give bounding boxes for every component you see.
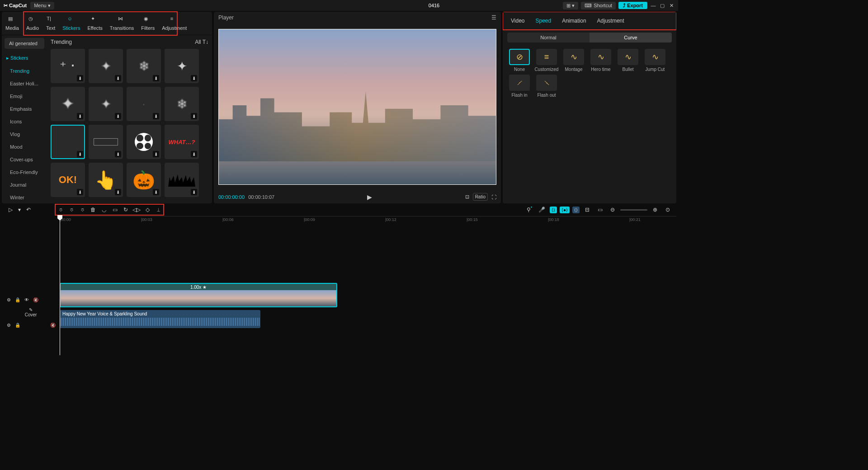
playhead[interactable] — [60, 216, 60, 355]
download-icon[interactable]: ⬇ — [153, 75, 159, 81]
cover-button[interactable]: ✎ Cover — [5, 307, 56, 317]
download-icon[interactable]: ⬇ — [153, 151, 159, 157]
sticker-asset-0[interactable]: ⁺ ･⬇ — [51, 49, 85, 83]
download-icon[interactable]: ⬇ — [77, 151, 83, 157]
category-stickers[interactable]: ▸ Stickers — [2, 52, 47, 65]
download-icon[interactable]: ⬇ — [153, 113, 159, 119]
curve-customized[interactable]: ≡Customized — [534, 49, 559, 72]
link-toggle[interactable]: ⟨●⟩ — [560, 207, 570, 213]
sticker-asset-15[interactable]: ⬇ — [165, 163, 199, 197]
props-tab-adjustment[interactable]: Adjustment — [593, 15, 629, 27]
download-icon[interactable]: ⬇ — [115, 151, 121, 157]
download-icon[interactable]: ⬇ — [191, 151, 197, 157]
download-icon[interactable]: ⬇ — [77, 75, 83, 81]
speed-mode-normal[interactable]: Normal — [507, 33, 590, 42]
category-journal[interactable]: Journal — [2, 179, 47, 191]
category-mood[interactable]: Mood — [2, 141, 47, 153]
category-vlog[interactable]: Vlog — [2, 128, 47, 141]
marker-tool[interactable]: ◡ — [99, 205, 109, 215]
speed-mode-curve[interactable]: Curve — [590, 33, 672, 42]
zoom-fit-icon[interactable]: ⊙ — [663, 205, 673, 215]
zoom-slider[interactable] — [620, 209, 647, 211]
category-winter[interactable]: Winter — [2, 191, 47, 203]
track-lock-icon[interactable]: 🔒 — [14, 296, 21, 303]
track-icon[interactable]: ▭ — [595, 205, 605, 215]
menu-button[interactable]: Menu ▾ — [30, 2, 54, 9]
video-clip[interactable]: 1.00x ★ — [60, 283, 337, 307]
ai-generated-button[interactable]: AI generated — [5, 38, 44, 49]
sticker-asset-10[interactable]: ⬇ — [127, 125, 161, 159]
curve-none[interactable]: ⊘None — [507, 49, 532, 72]
sticker-asset-4[interactable]: ✦⬇ — [51, 87, 85, 121]
audio-mute-icon[interactable]: 🔇 — [50, 322, 56, 328]
split-left-tool[interactable]: ⎏ — [66, 205, 76, 215]
rotate-tool[interactable]: ◇ — [142, 205, 152, 215]
maximize-button[interactable]: ▢ — [659, 2, 665, 9]
category-icons[interactable]: Icons — [2, 115, 47, 128]
audio-settings-icon[interactable]: ⚙ — [5, 322, 12, 328]
sticker-asset-6[interactable]: ·⬇ — [127, 87, 161, 121]
fullscreen-icon[interactable]: ⛶ — [491, 194, 496, 200]
sticker-asset-14[interactable]: 🎃⬇ — [127, 163, 161, 197]
curve-montage[interactable]: ∿Montage — [561, 49, 586, 72]
sticker-asset-12[interactable]: OK!⬇ — [51, 163, 85, 197]
category-ecofriendly[interactable]: Eco-Friendly — [2, 166, 47, 179]
snap-toggle[interactable]: ⟨⟩ — [550, 207, 557, 213]
download-icon[interactable]: ⬇ — [191, 113, 197, 119]
download-icon[interactable]: ⬇ — [115, 75, 121, 81]
curve-bullet[interactable]: ∿Bullet — [616, 49, 640, 72]
download-icon[interactable]: ⬇ — [191, 75, 197, 81]
player-menu-icon[interactable]: ☰ — [491, 14, 496, 21]
track-mute-icon[interactable]: 🔇 — [33, 296, 39, 303]
zoom-out-icon[interactable]: ⊖ — [608, 205, 618, 215]
mirror-tool[interactable]: ◁▷ — [132, 205, 142, 215]
export-button[interactable]: ⤴ Export — [618, 2, 647, 9]
category-trending[interactable]: Trending — [2, 65, 47, 77]
preview-toggle[interactable]: ⟨⟩ — [572, 207, 580, 213]
timeline-ruler[interactable]: |00:00|00:03|00:06|00:09|00:12|00:15|00:… — [60, 216, 676, 224]
category-easterholi[interactable]: Easter Holi... — [2, 77, 47, 90]
download-icon[interactable]: ⬇ — [153, 189, 159, 195]
layout-button[interactable]: ⊞ ▾ — [563, 2, 578, 9]
sticker-asset-5[interactable]: ✦⬇ — [89, 87, 123, 121]
assets-filter[interactable]: All T↓ — [195, 39, 208, 45]
player-canvas[interactable] — [218, 29, 496, 185]
split-tool[interactable]: ⎏ — [56, 205, 66, 215]
category-emoji[interactable]: Emoji — [2, 90, 47, 103]
ratio-button[interactable]: Ratio — [473, 193, 488, 201]
sticker-asset-3[interactable]: ✦⬇ — [165, 49, 199, 83]
reverse-tool[interactable]: ↻ — [121, 205, 131, 215]
audio-clip[interactable]: Happy New Year Voice & Sparkling Sound — [60, 310, 260, 328]
close-button[interactable]: ✕ — [668, 2, 675, 9]
download-icon[interactable]: ⬇ — [191, 189, 197, 195]
category-emphasis[interactable]: Emphasis — [2, 103, 47, 115]
timeline-tracks[interactable]: 1.00x ★ Happy New Year Voice & Sparkling… — [60, 224, 676, 355]
audio-lock-icon[interactable]: 🔒 — [14, 322, 21, 328]
align-icon[interactable]: ⊟ — [582, 205, 592, 215]
props-tab-speed[interactable]: Speed — [531, 15, 556, 27]
download-icon[interactable]: ⬇ — [77, 113, 83, 119]
curve-jump-cut[interactable]: ∿Jump Cut — [643, 49, 667, 72]
track-settings-icon[interactable]: ⚙ — [5, 296, 12, 303]
track-visible-icon[interactable]: 👁 — [24, 296, 30, 303]
sticker-asset-8[interactable]: ⬇ — [51, 125, 85, 159]
mic-icon[interactable]: 🎤 — [537, 205, 547, 215]
props-tab-animation[interactable]: Animation — [557, 15, 590, 27]
sticker-asset-9[interactable]: ⬇ — [89, 125, 123, 159]
sticker-asset-2[interactable]: ❄⬇ — [127, 49, 161, 83]
freeze-tool[interactable]: ▭ — [110, 205, 120, 215]
download-icon[interactable]: ⬇ — [115, 189, 121, 195]
pointer-dropdown[interactable]: ▾ — [17, 205, 22, 215]
delete-tool[interactable]: 🗑 — [88, 205, 98, 215]
crop-tool[interactable]: ⟂ — [153, 205, 163, 215]
play-button[interactable]: ▶ — [278, 193, 461, 201]
shortcut-button[interactable]: ⌨ Shortcut — [581, 2, 616, 9]
sticker-asset-13[interactable]: 👆⬇ — [89, 163, 123, 197]
download-icon[interactable]: ⬇ — [77, 189, 83, 195]
sticker-asset-1[interactable]: ✦⬇ — [89, 49, 123, 83]
split-right-tool[interactable]: ⎏ — [77, 205, 87, 215]
category-coverups[interactable]: Cover-ups — [2, 153, 47, 166]
curve-flash-out[interactable]: ⟍Flash out — [534, 75, 559, 98]
tool-tab-media[interactable]: ▤Media — [2, 12, 23, 35]
magnet-icon[interactable]: ⚲● — [524, 205, 534, 215]
